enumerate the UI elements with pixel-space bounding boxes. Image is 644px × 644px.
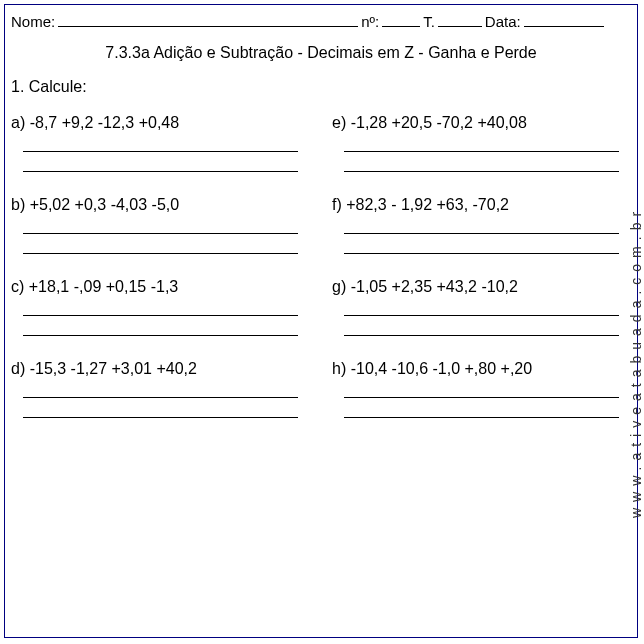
- number-label: nº:: [361, 13, 379, 30]
- name-blank[interactable]: [58, 13, 358, 27]
- answer-line[interactable]: [344, 396, 619, 398]
- class-label: T.: [423, 13, 435, 30]
- problem-text: f) +82,3 - 1,92 +63, -70,2: [332, 196, 631, 214]
- answer-line[interactable]: [344, 252, 619, 254]
- problems-left-column: a) -8,7 +9,2 -12,3 +0,48 b) +5,02 +0,3 -…: [11, 114, 310, 442]
- date-blank[interactable]: [524, 13, 604, 27]
- problem-e: e) -1,28 +20,5 -70,2 +40,08: [332, 114, 631, 190]
- problem-text: d) -15,3 -1,27 +3,01 +40,2: [11, 360, 310, 378]
- answer-line[interactable]: [344, 232, 619, 234]
- instruction: 1. Calcule:: [11, 78, 631, 96]
- answer-line[interactable]: [344, 150, 619, 152]
- answer-line[interactable]: [23, 252, 298, 254]
- answer-line[interactable]: [344, 416, 619, 418]
- problem-b: b) +5,02 +0,3 -4,03 -5,0: [11, 196, 310, 272]
- problem-d: d) -15,3 -1,27 +3,01 +40,2: [11, 360, 310, 436]
- problem-text: b) +5,02 +0,3 -4,03 -5,0: [11, 196, 310, 214]
- number-blank[interactable]: [382, 13, 420, 27]
- answer-line[interactable]: [23, 396, 298, 398]
- answer-line[interactable]: [344, 334, 619, 336]
- problem-h: h) -10,4 -10,6 -1,0 +,80 +,20: [332, 360, 631, 436]
- problem-a: a) -8,7 +9,2 -12,3 +0,48: [11, 114, 310, 190]
- answer-line[interactable]: [23, 232, 298, 234]
- class-blank[interactable]: [438, 13, 482, 27]
- date-label: Data:: [485, 13, 521, 30]
- problem-text: g) -1,05 +2,35 +43,2 -10,2: [332, 278, 631, 296]
- header-row: Nome: nº: T. Data:: [11, 13, 631, 30]
- problem-text: c) +18,1 -,09 +0,15 -1,3: [11, 278, 310, 296]
- problem-f: f) +82,3 - 1,92 +63, -70,2: [332, 196, 631, 272]
- problem-g: g) -1,05 +2,35 +43,2 -10,2: [332, 278, 631, 354]
- problem-text: h) -10,4 -10,6 -1,0 +,80 +,20: [332, 360, 631, 378]
- worksheet-title: 7.3.3a Adição e Subtração - Decimais em …: [11, 44, 631, 62]
- answer-line[interactable]: [23, 416, 298, 418]
- watermark: www.ativeatabuada.com.br: [628, 100, 644, 624]
- problem-text: e) -1,28 +20,5 -70,2 +40,08: [332, 114, 631, 132]
- answer-line[interactable]: [23, 314, 298, 316]
- problems-right-column: e) -1,28 +20,5 -70,2 +40,08 f) +82,3 - 1…: [332, 114, 631, 442]
- answer-line[interactable]: [344, 314, 619, 316]
- problems-grid: a) -8,7 +9,2 -12,3 +0,48 b) +5,02 +0,3 -…: [11, 114, 631, 442]
- answer-line[interactable]: [23, 334, 298, 336]
- answer-line[interactable]: [23, 170, 298, 172]
- name-label: Nome:: [11, 13, 55, 30]
- problem-c: c) +18,1 -,09 +0,15 -1,3: [11, 278, 310, 354]
- problem-text: a) -8,7 +9,2 -12,3 +0,48: [11, 114, 310, 132]
- answer-line[interactable]: [344, 170, 619, 172]
- worksheet-page: Nome: nº: T. Data: 7.3.3a Adição e Subtr…: [4, 4, 638, 638]
- answer-line[interactable]: [23, 150, 298, 152]
